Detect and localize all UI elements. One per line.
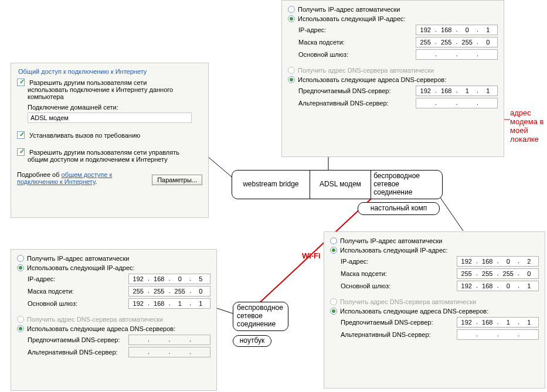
more-about-link-2[interactable]: подключению к Интернету xyxy=(17,178,95,185)
ip-field[interactable]: 192.168.0.1 xyxy=(416,25,498,35)
sharing-panel: Общий доступ к подключению к Интернету Р… xyxy=(11,63,209,218)
alt-dns-label: Альтернативный DNS-сервер: xyxy=(341,331,457,338)
use-ip-radio[interactable]: Использовать следующий IP-адрес: xyxy=(330,246,539,254)
ip-field[interactable]: 192.168.0.5 xyxy=(128,274,210,284)
ip-label: IP-адрес: xyxy=(28,275,128,282)
wifi-label: Wi-Fi xyxy=(302,252,321,261)
use-dns-radio[interactable]: Использовать следующие адреса DNS-сервер… xyxy=(288,76,498,84)
alt-dns-field[interactable]: ... xyxy=(416,98,498,108)
alt-dns-field[interactable]: ... xyxy=(128,347,210,357)
alt-dns-label: Альтернативный DNS-сервер: xyxy=(298,100,416,107)
mask-label: Маска подсети: xyxy=(298,39,416,46)
notebook-label: ноутбук xyxy=(233,335,271,347)
auto-dns-radio: Получить адрес DNS-сервера автоматически xyxy=(288,66,498,74)
adsl-box: ADSL модем xyxy=(310,171,371,199)
alt-dns-label: Альтернативный DNS-сервер: xyxy=(28,349,128,356)
home-conn-label: Подключение домашней сети: xyxy=(28,104,202,111)
ip-field[interactable]: 192.168.0.2 xyxy=(457,256,539,267)
use-ip-radio[interactable]: Использовать следующий IP-адрес: xyxy=(17,264,210,272)
allow-others-checkbox[interactable] xyxy=(17,79,28,86)
allow-others-label-3: компьютера xyxy=(28,93,202,100)
gateway-label: Основной шлюз: xyxy=(298,51,416,58)
allow-others-label-2: использовать подключение к Интернету дан… xyxy=(28,86,202,93)
allow-control-checkbox[interactable] xyxy=(17,149,28,156)
top-ip-panel: Получить IP-адрес автоматически Использо… xyxy=(281,0,504,157)
mask-field[interactable]: 255.255.255.0 xyxy=(416,37,498,47)
wireless-box-desktop: беспроводное сетевое соединение xyxy=(371,171,442,199)
pref-dns-label: Предпочитаемый DNS-сервер: xyxy=(341,319,457,326)
pref-dns-field[interactable]: 192.168.1.1 xyxy=(416,86,498,96)
use-dns-radio[interactable]: Использовать следующие адреса DNS-сервер… xyxy=(330,307,539,315)
pref-dns-field[interactable]: 192.168.1.1 xyxy=(457,317,539,328)
auto-ip-radio[interactable]: Получить IP-адрес автоматически xyxy=(17,254,210,263)
use-ip-radio[interactable]: Использовать следующий IP-адрес: xyxy=(288,15,498,23)
more-about-link[interactable]: общем доступе к xyxy=(62,171,113,178)
sharing-title: Общий доступ к подключению к Интернету xyxy=(17,67,202,77)
auto-dns-radio: Получить адрес DNS-сервера автоматически xyxy=(330,298,539,306)
home-conn-select[interactable]: ADSL модем xyxy=(28,113,192,123)
auto-dns-radio: Получить адрес DNS-сервера автоматически xyxy=(17,315,210,323)
pref-dns-label: Предпочитаемый DNS-сервер: xyxy=(298,87,416,94)
allow-control-label-1: Разрешить другим пользователям сети упра… xyxy=(29,149,179,156)
mask-label: Маска подсети: xyxy=(341,270,457,277)
auto-ip-radio[interactable]: Получить IP-адрес автоматически xyxy=(330,237,539,245)
ip-label: IP-адрес: xyxy=(298,26,416,33)
mask-label: Маска подсети: xyxy=(28,288,128,295)
wireless-box-notebook: беспроводное сетевое соединение xyxy=(233,302,288,331)
allow-others-label-1: Разрешить другим пользователям сети xyxy=(29,79,147,86)
svg-line-2 xyxy=(437,193,463,231)
pref-dns-field[interactable]: ... xyxy=(128,335,210,345)
pref-dns-label: Предпочитаемый DNS-сервер: xyxy=(28,336,128,343)
mask-field[interactable]: 255.255.255.0 xyxy=(457,268,539,279)
gateway-label: Основной шлюз: xyxy=(28,300,128,307)
mask-field[interactable]: 255.255.255.0 xyxy=(128,286,210,296)
right-ip-panel: Получить IP-адрес автоматически Использо… xyxy=(324,231,545,388)
use-dns-radio[interactable]: Использовать следующие адреса DNS-сервер… xyxy=(17,325,210,333)
modem-address-callout: адрес модема в моей локалке xyxy=(510,109,543,144)
auto-ip-radio[interactable]: Получить IP-адрес автоматически xyxy=(288,5,498,13)
params-button[interactable]: Параметры... xyxy=(152,175,202,185)
webstream-box: webstream bridge xyxy=(232,171,310,199)
gateway-field[interactable]: 192.168.0.1 xyxy=(457,281,539,291)
ip-label: IP-адрес: xyxy=(341,258,457,265)
more-about-prefix: Подробнее об xyxy=(17,171,62,178)
left-ip-panel: Получить IP-адрес автоматически Использо… xyxy=(11,249,217,391)
desktop-label: настольный комп xyxy=(358,202,440,215)
gateway-field[interactable]: ... xyxy=(416,49,498,60)
desktop-connections-group: webstream bridge ADSL модем беспроводное… xyxy=(232,170,443,199)
dial-on-demand-checkbox[interactable] xyxy=(17,132,28,139)
allow-control-label-2: общим доступом и подключением к Интернет… xyxy=(28,156,202,163)
gateway-field[interactable]: 192.168.1.1 xyxy=(128,298,210,309)
gateway-label: Основной шлюз: xyxy=(341,282,457,289)
dial-on-demand-label: Устанавливать вызов по требованию xyxy=(29,132,140,139)
svg-line-3 xyxy=(217,308,233,313)
alt-dns-field[interactable]: ... xyxy=(457,329,539,340)
